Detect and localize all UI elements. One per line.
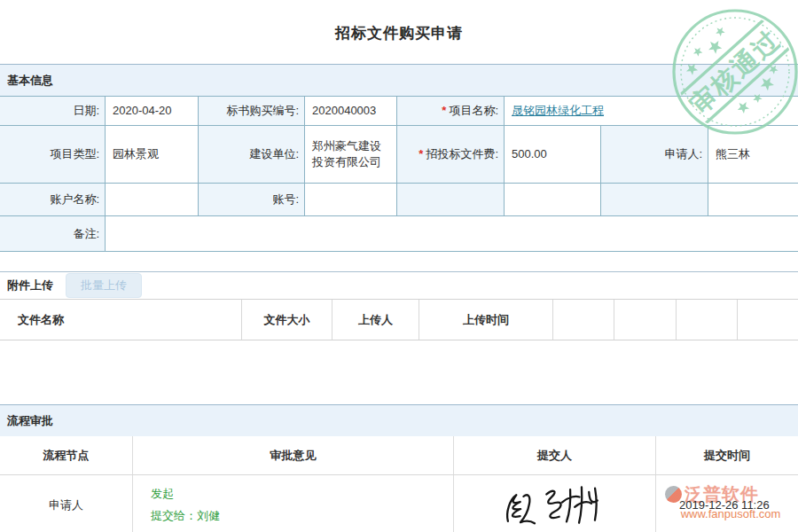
col-uploader: 上传人 <box>332 300 419 340</box>
col-empty <box>738 300 798 340</box>
project-type-label: 项目类型: <box>0 126 106 184</box>
account-name-value <box>106 184 199 216</box>
opinion-action: 发起 <box>151 486 174 502</box>
section-attachments: 附件上传 批量上传 <box>0 271 798 299</box>
project-name-label: * 项目名称: <box>397 97 505 126</box>
remark-label: 备注: <box>0 216 106 252</box>
col-empty <box>614 300 677 340</box>
applicant-value: 熊三林 <box>708 126 798 184</box>
col-empty <box>553 300 614 340</box>
section-basic-info-label: 基本信息 <box>7 73 53 89</box>
page-title: 招标文件购买申请 <box>0 0 798 43</box>
attachments-empty-area <box>0 340 798 380</box>
col-approval-opinion: 审批意见 <box>133 436 454 474</box>
empty-label-cell <box>601 184 708 216</box>
submit-time-cell: 泛普软件 www.fanpusoft.com 2019-12-26 11:26 <box>656 475 798 532</box>
col-empty <box>677 300 738 340</box>
account-no-label: 账号: <box>199 184 305 216</box>
project-name-cell: 晟铭园林绿化工程 <box>505 97 798 126</box>
col-submit-time: 提交时间 <box>656 436 798 474</box>
col-file-name: 文件名称 <box>0 300 242 340</box>
date-label: 日期: <box>0 97 106 126</box>
construction-unit-value: 郑州豪气建设投资有限公司 <box>305 126 397 184</box>
construction-unit-label: 建设单位: <box>199 126 305 184</box>
submit-time-value: 2019-12-26 11:26 <box>679 498 770 512</box>
col-flow-node: 流程节点 <box>0 436 133 474</box>
bid-doc-no-label: 标书购买编号: <box>199 97 305 126</box>
account-no-value <box>305 184 397 216</box>
batch-upload-button[interactable]: 批量上传 <box>66 273 142 298</box>
opinion-submit-to: 提交给：刘健 <box>151 508 220 524</box>
section-attachments-label: 附件上传 <box>7 278 53 293</box>
bid-fee-label: * 招投标文件费: <box>397 126 505 184</box>
required-mark: * <box>442 103 446 119</box>
project-name-link[interactable]: 晟铭园林绿化工程 <box>512 103 604 119</box>
col-upload-time: 上传时间 <box>419 300 553 340</box>
empty-value-cell <box>708 184 798 216</box>
required-mark: * <box>419 146 423 162</box>
signature-icon <box>498 483 612 528</box>
attachments-table-header: 文件名称 文件大小 上传人 上传时间 <box>0 299 798 340</box>
approval-row: 申请人 发起 提交给：刘健 熊三林 泛普软件 www.fanpusoft.com… <box>0 475 798 532</box>
form-header: 招标文件购买申请 审核通过 <box>0 0 798 64</box>
remark-value <box>106 216 798 252</box>
empty-value-cell <box>505 184 601 216</box>
col-file-size: 文件大小 <box>242 300 332 340</box>
approval-table-header: 流程节点 审批意见 提交人 提交时间 <box>0 436 798 475</box>
empty-label-cell <box>397 184 505 216</box>
section-basic-info: 基本信息 <box>0 64 798 96</box>
submitter-signature: 熊三林 <box>454 475 656 532</box>
bid-fee-value: 500.00 <box>505 126 601 184</box>
flow-node-value: 申请人 <box>0 475 133 532</box>
col-submitter: 提交人 <box>454 436 656 474</box>
date-value: 2020-04-20 <box>106 97 199 126</box>
section-approval-label: 流程审批 <box>7 413 53 429</box>
project-type-value: 园林景观 <box>106 126 199 184</box>
account-name-label: 账户名称: <box>0 184 106 216</box>
bid-doc-no-value: 2020040003 <box>305 97 397 126</box>
section-approval: 流程审批 <box>0 404 798 436</box>
basic-info-table: 日期: 2020-04-20 标书购买编号: 2020040003 * 项目名称… <box>0 96 798 252</box>
applicant-label: 申请人: <box>601 126 708 184</box>
approval-opinion-cell: 发起 提交给：刘健 <box>133 475 454 532</box>
